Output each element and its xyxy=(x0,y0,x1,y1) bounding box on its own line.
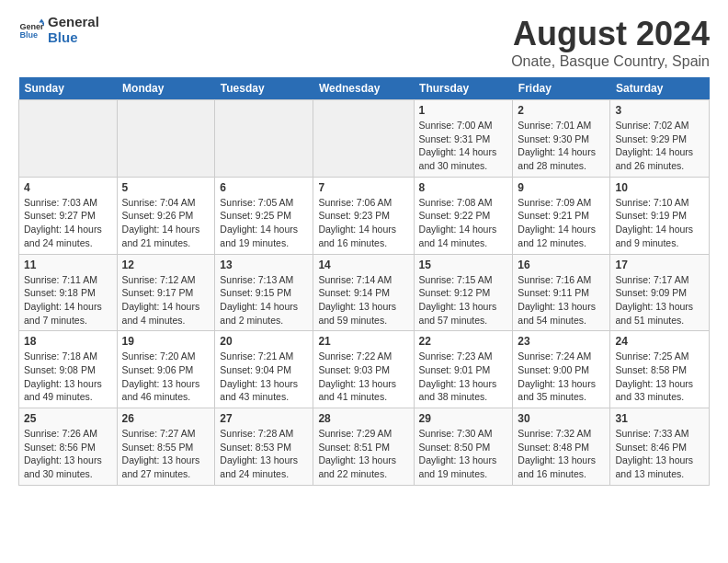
logo-icon: General Blue xyxy=(18,17,44,43)
day-number: 26 xyxy=(122,412,210,425)
day-number: 3 xyxy=(615,104,704,117)
calendar-cell: 18Sunrise: 7:18 AMSunset: 9:08 PMDayligh… xyxy=(19,331,118,408)
calendar-cell xyxy=(117,100,215,178)
day-number: 18 xyxy=(24,335,112,348)
day-number: 31 xyxy=(615,412,704,425)
svg-text:General: General xyxy=(19,21,44,30)
column-header-wednesday: Wednesday xyxy=(313,77,414,100)
logo-blue-text: Blue xyxy=(48,30,99,46)
day-info: Sunrise: 7:29 AMSunset: 8:51 PMDaylight:… xyxy=(318,427,408,481)
calendar-cell: 20Sunrise: 7:21 AMSunset: 9:04 PMDayligh… xyxy=(215,331,313,408)
calendar-cell: 1Sunrise: 7:00 AMSunset: 9:31 PMDaylight… xyxy=(414,100,513,178)
day-info: Sunrise: 7:13 AMSunset: 9:15 PMDaylight:… xyxy=(220,273,308,327)
day-info: Sunrise: 7:16 AMSunset: 9:11 PMDaylight:… xyxy=(518,273,605,327)
day-info: Sunrise: 7:33 AMSunset: 8:46 PMDaylight:… xyxy=(615,427,704,481)
calendar-week-row: 11Sunrise: 7:11 AMSunset: 9:18 PMDayligh… xyxy=(19,254,710,331)
column-header-sunday: Sunday xyxy=(19,77,118,100)
day-info: Sunrise: 7:25 AMSunset: 8:58 PMDaylight:… xyxy=(615,350,704,404)
day-info: Sunrise: 7:32 AMSunset: 8:48 PMDaylight:… xyxy=(518,427,605,481)
calendar-cell: 24Sunrise: 7:25 AMSunset: 8:58 PMDayligh… xyxy=(610,331,710,408)
calendar-cell: 25Sunrise: 7:26 AMSunset: 8:56 PMDayligh… xyxy=(19,408,118,486)
day-info: Sunrise: 7:00 AMSunset: 9:31 PMDaylight:… xyxy=(419,119,508,173)
calendar-cell: 17Sunrise: 7:17 AMSunset: 9:09 PMDayligh… xyxy=(610,254,710,331)
day-info: Sunrise: 7:06 AMSunset: 9:23 PMDaylight:… xyxy=(318,196,408,250)
day-info: Sunrise: 7:26 AMSunset: 8:56 PMDaylight:… xyxy=(24,427,112,481)
calendar-cell: 31Sunrise: 7:33 AMSunset: 8:46 PMDayligh… xyxy=(610,408,710,486)
calendar-cell: 26Sunrise: 7:27 AMSunset: 8:55 PMDayligh… xyxy=(117,408,215,486)
day-info: Sunrise: 7:10 AMSunset: 9:19 PMDaylight:… xyxy=(615,196,704,250)
calendar-cell: 15Sunrise: 7:15 AMSunset: 9:12 PMDayligh… xyxy=(414,254,513,331)
svg-marker-2 xyxy=(39,18,44,22)
day-number: 4 xyxy=(24,181,112,194)
day-number: 7 xyxy=(318,181,408,194)
day-info: Sunrise: 7:08 AMSunset: 9:22 PMDaylight:… xyxy=(419,196,508,250)
day-info: Sunrise: 7:12 AMSunset: 9:17 PMDaylight:… xyxy=(122,273,210,327)
day-number: 29 xyxy=(419,412,508,425)
day-number: 25 xyxy=(24,412,112,425)
calendar-cell: 9Sunrise: 7:09 AMSunset: 9:21 PMDaylight… xyxy=(513,177,610,254)
svg-text:Blue: Blue xyxy=(19,30,38,40)
day-number: 2 xyxy=(518,104,605,117)
calendar-cell: 12Sunrise: 7:12 AMSunset: 9:17 PMDayligh… xyxy=(117,254,215,331)
calendar-week-row: 18Sunrise: 7:18 AMSunset: 9:08 PMDayligh… xyxy=(19,331,710,408)
calendar-week-row: 25Sunrise: 7:26 AMSunset: 8:56 PMDayligh… xyxy=(19,408,710,486)
day-info: Sunrise: 7:03 AMSunset: 9:27 PMDaylight:… xyxy=(24,196,112,250)
day-info: Sunrise: 7:17 AMSunset: 9:09 PMDaylight:… xyxy=(615,273,704,327)
day-info: Sunrise: 7:24 AMSunset: 9:00 PMDaylight:… xyxy=(518,350,605,404)
day-number: 8 xyxy=(419,181,508,194)
calendar-cell: 21Sunrise: 7:22 AMSunset: 9:03 PMDayligh… xyxy=(313,331,414,408)
column-header-tuesday: Tuesday xyxy=(215,77,313,100)
day-info: Sunrise: 7:23 AMSunset: 9:01 PMDaylight:… xyxy=(419,350,508,404)
day-number: 20 xyxy=(220,335,308,348)
day-number: 24 xyxy=(615,335,704,348)
day-number: 27 xyxy=(220,412,308,425)
calendar-cell: 6Sunrise: 7:05 AMSunset: 9:25 PMDaylight… xyxy=(215,177,313,254)
calendar-cell: 27Sunrise: 7:28 AMSunset: 8:53 PMDayligh… xyxy=(215,408,313,486)
day-number: 22 xyxy=(419,335,508,348)
logo: General Blue General Blue xyxy=(18,15,99,45)
day-number: 13 xyxy=(220,259,308,271)
day-info: Sunrise: 7:18 AMSunset: 9:08 PMDaylight:… xyxy=(24,350,112,404)
calendar-cell: 7Sunrise: 7:06 AMSunset: 9:23 PMDaylight… xyxy=(313,177,414,254)
calendar-cell: 22Sunrise: 7:23 AMSunset: 9:01 PMDayligh… xyxy=(414,331,513,408)
day-number: 1 xyxy=(419,104,508,117)
day-number: 23 xyxy=(518,335,605,348)
calendar-week-row: 4Sunrise: 7:03 AMSunset: 9:27 PMDaylight… xyxy=(19,177,710,254)
day-info: Sunrise: 7:04 AMSunset: 9:26 PMDaylight:… xyxy=(122,196,210,250)
day-info: Sunrise: 7:15 AMSunset: 9:12 PMDaylight:… xyxy=(419,273,508,327)
calendar-header-row: SundayMondayTuesdayWednesdayThursdayFrid… xyxy=(19,77,710,100)
calendar-cell xyxy=(215,100,313,178)
calendar-cell: 29Sunrise: 7:30 AMSunset: 8:50 PMDayligh… xyxy=(414,408,513,486)
calendar-cell: 2Sunrise: 7:01 AMSunset: 9:30 PMDaylight… xyxy=(513,100,610,178)
calendar-cell xyxy=(313,100,414,178)
calendar-cell: 4Sunrise: 7:03 AMSunset: 9:27 PMDaylight… xyxy=(19,177,118,254)
day-number: 15 xyxy=(419,259,508,271)
day-number: 16 xyxy=(518,259,605,271)
day-info: Sunrise: 7:01 AMSunset: 9:30 PMDaylight:… xyxy=(518,119,605,173)
day-number: 9 xyxy=(518,181,605,194)
day-info: Sunrise: 7:28 AMSunset: 8:53 PMDaylight:… xyxy=(220,427,308,481)
calendar-cell: 5Sunrise: 7:04 AMSunset: 9:26 PMDaylight… xyxy=(117,177,215,254)
day-info: Sunrise: 7:09 AMSunset: 9:21 PMDaylight:… xyxy=(518,196,605,250)
logo-general-text: General xyxy=(48,15,99,30)
column-header-monday: Monday xyxy=(117,77,215,100)
column-header-saturday: Saturday xyxy=(610,77,710,100)
day-info: Sunrise: 7:21 AMSunset: 9:04 PMDaylight:… xyxy=(220,350,308,404)
day-number: 5 xyxy=(122,181,210,194)
day-number: 11 xyxy=(24,259,112,271)
day-info: Sunrise: 7:20 AMSunset: 9:06 PMDaylight:… xyxy=(122,350,210,404)
day-number: 19 xyxy=(122,335,210,348)
calendar-cell: 8Sunrise: 7:08 AMSunset: 9:22 PMDaylight… xyxy=(414,177,513,254)
column-header-friday: Friday xyxy=(513,77,610,100)
calendar-cell: 30Sunrise: 7:32 AMSunset: 8:48 PMDayligh… xyxy=(513,408,610,486)
calendar-week-row: 1Sunrise: 7:00 AMSunset: 9:31 PMDaylight… xyxy=(19,100,710,178)
calendar-cell: 13Sunrise: 7:13 AMSunset: 9:15 PMDayligh… xyxy=(215,254,313,331)
title-area: August 2024 Onate, Basque Country, Spain xyxy=(511,15,710,70)
day-number: 28 xyxy=(318,412,408,425)
day-info: Sunrise: 7:14 AMSunset: 9:14 PMDaylight:… xyxy=(318,273,408,327)
calendar-cell: 11Sunrise: 7:11 AMSunset: 9:18 PMDayligh… xyxy=(19,254,118,331)
calendar-cell xyxy=(19,100,118,178)
day-info: Sunrise: 7:30 AMSunset: 8:50 PMDaylight:… xyxy=(419,427,508,481)
calendar-cell: 3Sunrise: 7:02 AMSunset: 9:29 PMDaylight… xyxy=(610,100,710,178)
day-info: Sunrise: 7:11 AMSunset: 9:18 PMDaylight:… xyxy=(24,273,112,327)
